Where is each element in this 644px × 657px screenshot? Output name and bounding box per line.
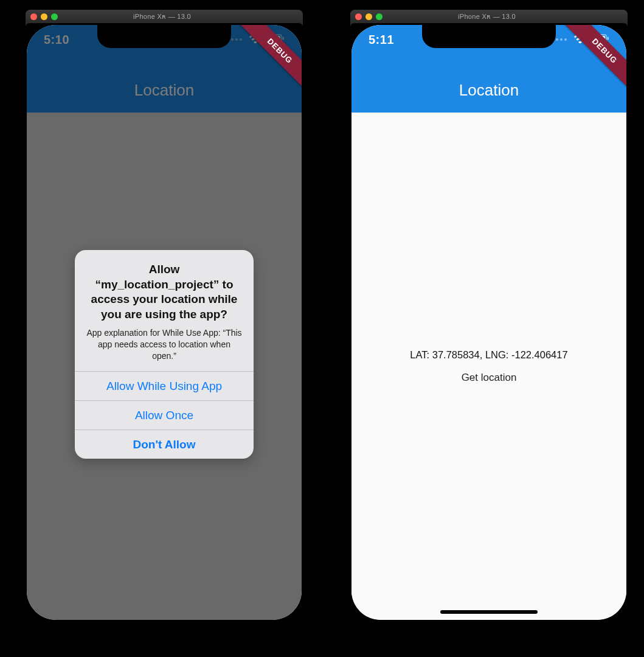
screen-body: LAT: 37.785834, LNG: -122.406417 Get loc… [351,113,626,620]
zoom-icon[interactable] [376,13,383,20]
notch [422,25,556,48]
zoom-icon[interactable] [51,13,58,20]
device-screen: DEBUG 5:10 [27,25,302,620]
minimize-icon[interactable] [41,13,47,20]
close-icon[interactable] [30,13,37,20]
page-title: Location [351,81,626,100]
get-location-button[interactable]: Get location [462,372,517,384]
status-time: 5:11 [369,33,394,47]
minimize-icon[interactable] [365,13,372,20]
simulator-title: iPhone Xʀ — 13.0 [383,13,591,21]
window-controls [355,13,383,20]
permission-alert: Allow “my_location_project” to access yo… [75,250,254,459]
close-icon[interactable] [355,13,362,20]
simulator-titlebar: iPhone Xʀ — 13.0 [26,10,303,23]
dont-allow-button[interactable]: Don't Allow [75,429,254,459]
svg-rect-5 [608,37,609,40]
notch [97,25,231,48]
location-value: LAT: 37.785834, LNG: -122.406417 [410,349,567,361]
allow-once-button[interactable]: Allow Once [75,400,254,429]
alert-message: App explanation for While Use App: “This… [86,327,243,362]
device-screen: DEBUG 5:11 [351,25,626,620]
phone-frame: DEBUG 5:10 [26,23,303,622]
alert-title: Allow “my_location_project” to access yo… [86,262,243,322]
phone-frame: DEBUG 5:11 [350,23,628,622]
home-indicator[interactable] [440,610,538,614]
simulator-window-left: iPhone Xʀ — 13.0 DEBUG 5:10 [26,10,303,622]
simulator-title: iPhone Xʀ — 13.0 [58,13,266,21]
allow-while-using-button[interactable]: Allow While Using App [75,371,254,400]
simulator-window-right: iPhone Xʀ — 13.0 DEBUG 5:11 [350,10,628,622]
window-controls [30,13,58,20]
simulator-titlebar: iPhone Xʀ — 13.0 [350,10,628,23]
